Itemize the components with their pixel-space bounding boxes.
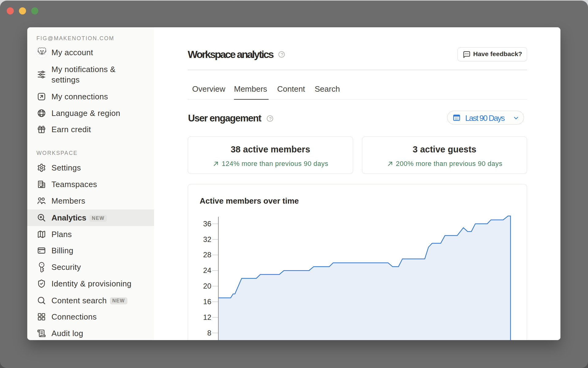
svg-text:8: 8 [207, 329, 211, 337]
svg-text:20: 20 [203, 282, 211, 290]
svg-text:36: 36 [203, 220, 211, 228]
svg-text:32: 32 [203, 235, 211, 243]
svg-text:12: 12 [203, 313, 211, 321]
svg-text:28: 28 [203, 251, 211, 259]
svg-text:16: 16 [203, 297, 211, 306]
svg-text:24: 24 [203, 266, 211, 274]
